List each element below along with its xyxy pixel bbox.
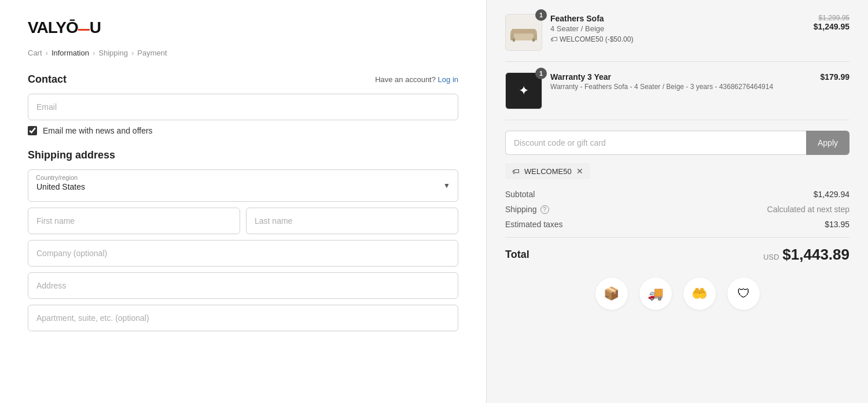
- warranty-price-current: $179.99: [820, 72, 849, 82]
- summary-divider: [505, 237, 849, 238]
- discount-tag-chip: 🏷 WELCOME50 ✕: [505, 163, 590, 179]
- bottom-icons: 📦 🚚 🤲 🛡: [505, 278, 849, 310]
- total-value: USD $1,443.89: [763, 246, 849, 264]
- sofa-svg: [508, 22, 539, 43]
- order-item-warranty: ✦ 1 Warranty 3 Year Warranty - Feathers …: [505, 72, 849, 120]
- last-name-field[interactable]: [246, 208, 458, 234]
- discount-row: Apply: [505, 131, 849, 155]
- apply-discount-button[interactable]: Apply: [806, 131, 849, 155]
- warranty-variant: Warranty - Feathers Sofa - 4 Seater / Be…: [550, 83, 812, 91]
- discount-tag-icon: 🏷: [550, 35, 557, 43]
- left-panel: VALYŌU Cart › Information › Shipping › P…: [0, 0, 486, 403]
- sofa-variant: 4 Seater / Beige: [550, 24, 806, 33]
- discount-tag-chip-label: WELCOME50: [524, 167, 572, 176]
- login-link[interactable]: Log in: [438, 75, 458, 84]
- shipping-row: Shipping ? Calculated at next step: [505, 205, 849, 214]
- address-field[interactable]: [28, 272, 458, 299]
- logo-text: VALYŌU: [28, 19, 101, 37]
- discount-code-input[interactable]: [505, 131, 806, 155]
- breadcrumb-cart[interactable]: Cart: [28, 49, 42, 57]
- svg-rect-4: [512, 29, 536, 34]
- shipping-label: Shipping ?: [505, 205, 549, 214]
- warranty-name: Warranty 3 Year: [550, 72, 812, 82]
- shield-icon: 🛡: [737, 286, 750, 301]
- breadcrumb-separator-3: ›: [131, 49, 134, 57]
- total-amount: $1,443.89: [782, 246, 849, 264]
- sofa-image-wrapper: 1: [505, 14, 542, 51]
- shipping-info-icon[interactable]: ?: [540, 205, 549, 214]
- subtotal-value: $1,429.94: [814, 190, 849, 199]
- shipping-title: Shipping address: [28, 149, 458, 161]
- sofa-discount: 🏷 WELCOME50 (-$50.00): [550, 35, 806, 43]
- breadcrumb-separator-2: ›: [93, 49, 95, 57]
- warranty-logo-icon: ✦: [518, 83, 529, 98]
- svg-rect-5: [513, 38, 515, 42]
- warranty-image: ✦: [505, 72, 542, 109]
- contact-header: Contact Have an account? Log in: [28, 73, 458, 86]
- name-row: [28, 208, 458, 234]
- discount-tag-remove-button[interactable]: ✕: [576, 167, 583, 176]
- warranty-badge: 1: [535, 68, 547, 79]
- contact-title: Contact: [28, 73, 67, 86]
- applied-discount-tag: 🏷 WELCOME50 ✕: [505, 163, 849, 190]
- sofa-name: Feathers Sofa: [550, 14, 806, 23]
- sofa-badge: 1: [535, 9, 547, 21]
- breadcrumb-shipping: Shipping: [98, 49, 128, 57]
- sofa-price: $1,299.95 $1,249.95: [814, 14, 849, 31]
- sofa-price-original: $1,299.95: [814, 14, 849, 22]
- total-row: Total USD $1,443.89: [505, 246, 849, 264]
- breadcrumb: Cart › Information › Shipping › Payment: [28, 49, 458, 57]
- warranty-details: Warranty 3 Year Warranty - Feathers Sofa…: [550, 72, 812, 91]
- breadcrumb-payment: Payment: [137, 49, 167, 57]
- logo: VALYŌU: [28, 19, 458, 37]
- delivery-icon-circle: 🚚: [639, 278, 672, 310]
- heart-icon: 🤲: [692, 286, 707, 301]
- box-icon: 📦: [604, 286, 619, 301]
- taxes-row: Estimated taxes $13.95: [505, 220, 849, 229]
- sofa-price-current: $1,249.95: [814, 22, 849, 31]
- email-field[interactable]: [28, 94, 458, 120]
- box-icon-circle: 📦: [595, 278, 628, 310]
- country-select[interactable]: United States: [28, 169, 458, 202]
- company-field[interactable]: [28, 240, 458, 267]
- newsletter-checkbox[interactable]: [28, 126, 37, 135]
- delivery-icon: 🚚: [648, 286, 663, 301]
- total-label: Total: [505, 249, 529, 261]
- warranty-image-wrapper: ✦ 1: [505, 72, 542, 109]
- sofa-image: [505, 14, 542, 51]
- breadcrumb-separator-1: ›: [46, 49, 48, 57]
- total-currency: USD: [763, 253, 779, 261]
- warranty-price: $179.99: [820, 72, 849, 82]
- account-link: Have an account? Log in: [375, 75, 458, 84]
- breadcrumb-information: Information: [52, 49, 89, 57]
- logo-bar: [78, 29, 90, 31]
- sofa-details: Feathers Sofa 4 Seater / Beige 🏷 WELCOME…: [550, 14, 806, 43]
- newsletter-label[interactable]: Email me with news and offers: [43, 126, 153, 135]
- svg-rect-6: [532, 38, 535, 42]
- discount-tag-chip-icon: 🏷: [512, 167, 520, 176]
- shipping-value: Calculated at next step: [767, 205, 849, 214]
- right-panel: 1 Feathers Sofa 4 Seater / Beige 🏷 WELCO…: [486, 0, 868, 403]
- subtotal-label: Subtotal: [505, 190, 535, 199]
- subtotal-row: Subtotal $1,429.94: [505, 190, 849, 199]
- country-select-wrapper: Country/region United States ▼: [28, 169, 458, 202]
- newsletter-row: Email me with news and offers: [28, 126, 458, 135]
- svg-rect-3: [514, 32, 534, 40]
- taxes-value: $13.95: [825, 220, 849, 229]
- apt-field[interactable]: [28, 305, 458, 331]
- heart-icon-circle: 🤲: [683, 278, 716, 310]
- order-item-sofa: 1 Feathers Sofa 4 Seater / Beige 🏷 WELCO…: [505, 14, 849, 62]
- first-name-field[interactable]: [28, 208, 240, 234]
- taxes-label: Estimated taxes: [505, 220, 563, 229]
- shield-icon-circle: 🛡: [727, 278, 760, 310]
